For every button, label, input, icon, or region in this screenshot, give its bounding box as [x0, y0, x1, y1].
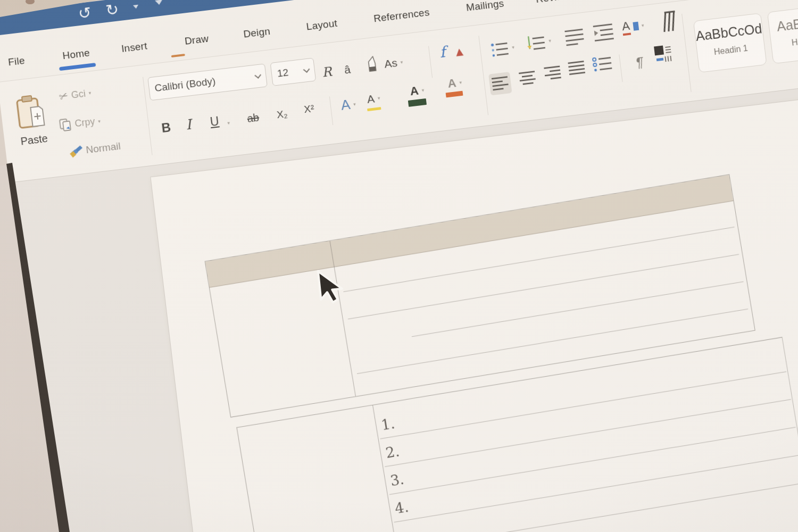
paragraph-marks-icon[interactable]: [658, 10, 678, 34]
clear-formatting-icon[interactable]: [367, 56, 378, 73]
blank-write-line[interactable]: [394, 455, 798, 522]
chevron-down-icon: ▾: [98, 118, 101, 123]
blank-write-line[interactable]: [398, 483, 798, 532]
copy-icon: [59, 118, 72, 132]
dropdown-caret-icon[interactable]: [133, 5, 139, 9]
highlight-color-button[interactable]: A ▾: [367, 92, 381, 106]
bullet-list-icon[interactable]: [490, 40, 510, 59]
tab-referrences[interactable]: Referrences: [373, 6, 430, 24]
blank-write-line[interactable]: [385, 399, 791, 467]
tab-draw[interactable]: Draw: [184, 33, 209, 47]
group-divider: [619, 54, 622, 82]
list-number: 2.: [385, 443, 401, 461]
group-divider: [681, 14, 692, 92]
chevron-down-icon: ▾: [400, 60, 403, 65]
format-painter-button[interactable]: Normail: [68, 140, 121, 159]
text-effects-button[interactable]: A ▾: [340, 96, 356, 114]
desk-knot-dot: [26, 0, 35, 4]
sort-bar-icon: [633, 22, 639, 31]
chevron-down-icon[interactable]: ▾: [548, 38, 552, 43]
style-card-heading2[interactable]: AaBbC Heat: [767, 4, 798, 64]
group-divider: [329, 96, 333, 125]
line-spacing-icon[interactable]: [592, 54, 614, 73]
change-case-button[interactable]: As ▾: [384, 56, 404, 71]
sort-button[interactable]: A ▾: [621, 18, 645, 36]
align-right-icon[interactable]: [543, 65, 562, 82]
underline-button[interactable]: U: [209, 114, 220, 129]
subscript-button[interactable]: X₂: [276, 108, 288, 121]
multilevel-list-icon[interactable]: [563, 27, 586, 47]
blank-write-line[interactable]: [412, 281, 744, 337]
paste-button[interactable]: Paste: [20, 132, 48, 148]
borders-icon[interactable]: [653, 44, 674, 64]
cut-button[interactable]: ✂ Gci ▾: [59, 86, 92, 103]
shading-button[interactable]: A ▾: [409, 83, 425, 98]
chevron-down-icon: ▾: [353, 101, 356, 106]
indent-icon[interactable]: [592, 22, 615, 42]
chevron-down-icon: ▾: [88, 90, 92, 95]
warning-triangle-icon[interactable]: ▲: [455, 45, 463, 57]
chevron-down-icon: ▾: [459, 80, 462, 85]
style-card-heading1[interactable]: AaBbCcOd Headin 1: [693, 13, 767, 72]
bold-button[interactable]: B: [161, 120, 172, 136]
font-color-button[interactable]: A ▾: [447, 76, 462, 91]
copy-button[interactable]: Crpy ▾: [59, 114, 101, 132]
chevron-down-icon[interactable]: ▾: [227, 120, 230, 126]
laptop-screen: ↺ ↻ FileHomeInsertDrawDeignLayoutReferre…: [0, 0, 798, 532]
font-size-select[interactable]: 12: [270, 57, 317, 86]
style-name-label: Headin 1: [697, 41, 764, 59]
justify-icon[interactable]: [567, 60, 586, 77]
style-sample-text: AaBbC: [776, 12, 798, 35]
tab-mailings[interactable]: Mailings: [466, 0, 504, 14]
scissors-icon: ✂: [57, 88, 70, 104]
list-number: 3.: [389, 470, 405, 489]
tab-deign[interactable]: Deign: [243, 26, 271, 40]
format-painter-brush-icon: [68, 144, 84, 159]
blank-write-line[interactable]: [389, 427, 796, 495]
chevron-down-icon[interactable]: ▾: [512, 45, 515, 50]
word-app-photo: ↺ ↻ FileHomeInsertDrawDeignLayoutReferre…: [0, 0, 798, 532]
list-number: 1.: [380, 415, 396, 434]
chevron-down-icon: [254, 72, 261, 79]
grow-font-button[interactable]: R: [321, 64, 332, 80]
strikethrough-button[interactable]: ab: [246, 111, 260, 124]
tab-file[interactable]: File: [7, 55, 26, 69]
chevron-down-icon: ▾: [377, 95, 380, 101]
group-divider: [478, 36, 488, 115]
style-name-label: Heat: [778, 32, 798, 49]
font-family-select[interactable]: Calibri (Body): [147, 63, 268, 101]
redo-icon[interactable]: ↻: [105, 1, 120, 19]
tab-insert[interactable]: Insert: [121, 40, 148, 55]
tab-review[interactable]: Review: [535, 0, 570, 5]
style-sample-text: AaBbCcOd: [695, 21, 763, 44]
list-number: 4.: [394, 498, 410, 517]
tab-layout[interactable]: Layout: [306, 18, 338, 33]
blank-write-line[interactable]: [348, 254, 739, 320]
clipboard-paste-icon[interactable]: [14, 93, 49, 130]
font-color-swatch: [446, 91, 463, 98]
fx-button[interactable]: f: [439, 43, 446, 61]
superscript-button[interactable]: X²: [303, 103, 314, 115]
shading-color-swatch: [408, 98, 427, 107]
numbered-list-icon[interactable]: [526, 34, 547, 54]
undo-icon[interactable]: ↺: [77, 4, 92, 22]
group-divider: [428, 46, 433, 78]
dropdown-caret-icon[interactable]: [155, 0, 163, 5]
chevron-down-icon: [303, 66, 310, 73]
chevron-down-icon: ▾: [421, 87, 425, 93]
align-left-icon[interactable]: [491, 75, 510, 92]
shrink-font-button[interactable]: â: [344, 63, 351, 76]
pilcrow-icon[interactable]: ¶: [636, 54, 644, 71]
highlight-color-swatch: [367, 107, 381, 111]
draw-pen-indicator: [171, 54, 185, 57]
tab-home[interactable]: Home: [62, 47, 90, 62]
arrow-cursor: [315, 267, 347, 310]
align-center-icon[interactable]: [518, 70, 537, 87]
italic-button[interactable]: I: [185, 117, 193, 133]
chevron-down-icon: ▾: [641, 23, 644, 28]
